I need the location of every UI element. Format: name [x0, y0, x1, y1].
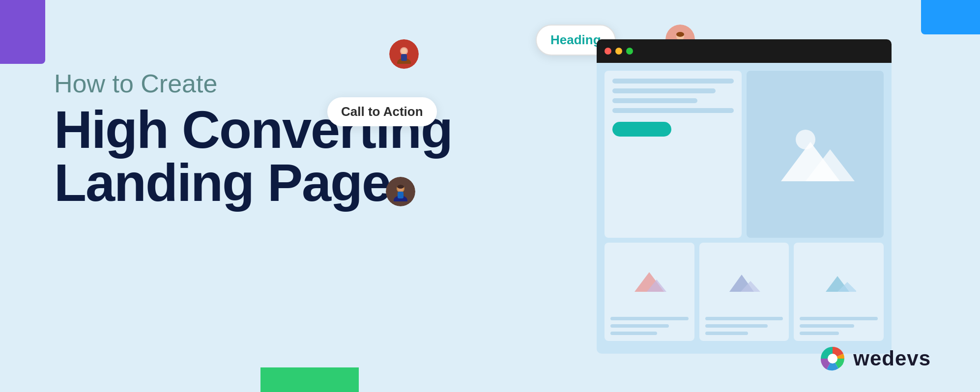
mockup-cta-button [612, 122, 671, 137]
browser-dot-yellow [615, 48, 622, 55]
card-line-3a [800, 317, 878, 320]
svg-point-13 [397, 185, 404, 189]
browser-dot-red [605, 48, 611, 55]
mockup-card-img-3 [800, 249, 878, 313]
cta-badge: Call to Action [327, 97, 437, 126]
wedevs-logo: wedevs [819, 345, 931, 372]
avatar-3 [386, 177, 415, 206]
mockup-left-panel [605, 71, 742, 238]
mockup-content [597, 63, 892, 354]
mountain-icon-small-3 [822, 267, 856, 294]
svg-rect-12 [398, 192, 404, 198]
svg-point-29 [828, 354, 837, 364]
wedevs-logo-text: wedevs [853, 347, 931, 370]
mountain-icon-small-2 [727, 267, 761, 294]
person-icon-3 [391, 182, 410, 201]
blue-corner-accent [921, 0, 980, 34]
svg-rect-3 [401, 54, 407, 61]
card-line-2c [705, 332, 748, 335]
card-line-2b [705, 324, 768, 328]
mockup-card-img-1 [610, 249, 689, 313]
card-line-1a [610, 317, 689, 320]
avatar-1 [389, 39, 419, 69]
mockup-top-grid [605, 71, 884, 238]
browser-dot-green [626, 48, 633, 55]
text-line-4 [612, 108, 734, 113]
mockup-card-img-2 [705, 249, 783, 313]
card-line-2a [705, 317, 783, 320]
svg-point-8 [676, 32, 684, 37]
text-line-2 [612, 88, 716, 93]
svg-point-2 [401, 48, 407, 54]
mountain-icon-large [776, 122, 855, 186]
card-line-1c [610, 332, 657, 335]
text-line-3 [612, 98, 697, 103]
browser-mockup [597, 39, 892, 354]
wedevs-logo-icon [819, 345, 846, 372]
subtitle: How to Create [54, 69, 452, 98]
mockup-card-3 [794, 243, 884, 341]
mockup-card-1 [605, 243, 694, 341]
mockup-right-panel [747, 71, 884, 238]
banner: How to Create High Converting Landing Pa… [0, 0, 980, 392]
card-line-1b [610, 324, 669, 328]
green-bottom-accent [260, 367, 359, 392]
mockup-bottom-grid [605, 243, 884, 341]
card-line-3b [800, 324, 854, 328]
browser-bar [597, 39, 892, 63]
card-line-3c [800, 332, 838, 335]
mockup-card-2 [699, 243, 789, 341]
person-icon-1 [394, 44, 414, 64]
text-line-1 [612, 79, 734, 84]
mountain-icon-small-1 [632, 267, 666, 294]
purple-corner-accent [0, 0, 45, 64]
